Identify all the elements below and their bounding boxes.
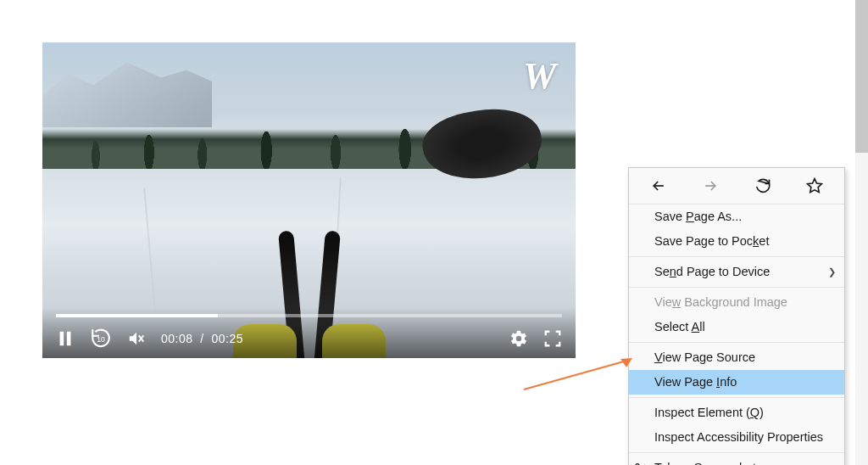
menu-label: Send Page to Device [654, 263, 770, 281]
svg-marker-5 [808, 179, 822, 193]
progress-fill [56, 314, 218, 317]
menu-separator [629, 256, 844, 257]
progress-bar[interactable] [56, 314, 562, 317]
page-scrollbar[interactable] [855, 0, 868, 465]
menu-label: Inspect Element (Q) [654, 404, 764, 422]
menu-separator [629, 287, 844, 288]
menu-inspect-accessibility[interactable]: Inspect Accessibility Properties [629, 425, 844, 450]
scrollbar-thumb[interactable] [855, 0, 868, 153]
fullscreen-button[interactable] [543, 329, 562, 348]
menu-view-page-info[interactable]: View Page Info [629, 370, 844, 395]
menu-label: View Page Info [654, 373, 737, 391]
scissors-icon [634, 462, 648, 466]
menu-view-source[interactable]: View Page Source [629, 345, 844, 370]
context-menu-nav [629, 168, 844, 204]
menu-label: Take a Screenshot [654, 459, 756, 465]
menu-separator [629, 452, 844, 453]
chevron-right-icon: ❯ [828, 263, 836, 281]
replay-10-button[interactable]: 10 [90, 328, 112, 350]
menu-label: Save Page As... [654, 208, 742, 226]
context-menu: Save Page As... Save Page to Pocket Send… [628, 167, 845, 465]
nav-forward-button[interactable] [696, 175, 725, 197]
svg-text:10: 10 [97, 335, 105, 344]
menu-separator [629, 342, 844, 343]
menu-label: Save Page to Pocket [654, 232, 769, 250]
menu-label: View Background Image [654, 294, 787, 311]
menu-label: View Page Source [654, 349, 755, 367]
time-display: 00:08 / 00:25 [161, 332, 243, 345]
menu-save-to-pocket[interactable]: Save Page to Pocket [629, 229, 844, 254]
video-watermark: W [523, 58, 560, 95]
menu-save-page-as[interactable]: Save Page As... [629, 204, 844, 229]
video-player[interactable]: W 10 00 [42, 42, 576, 358]
menu-select-all[interactable]: Select All [629, 315, 844, 339]
nav-back-button[interactable] [644, 175, 673, 197]
menu-separator [629, 397, 844, 398]
menu-view-bg-image: View Background Image [629, 290, 844, 315]
menu-send-to-device[interactable]: Send Page to Device ❯ [629, 260, 844, 284]
menu-label: Select All [654, 318, 705, 336]
current-time: 00:08 [161, 332, 193, 345]
menu-label: Inspect Accessibility Properties [654, 429, 823, 446]
mute-button[interactable] [127, 329, 146, 348]
nav-reload-button[interactable] [748, 175, 777, 197]
nav-bookmark-button[interactable] [800, 175, 829, 197]
video-controls: 10 00:08 / 00:25 [42, 307, 576, 358]
menu-take-screenshot[interactable]: Take a Screenshot [629, 456, 844, 465]
annotation-arrow [524, 356, 643, 389]
svg-line-10 [524, 360, 630, 389]
menu-inspect-element[interactable]: Inspect Element (Q) [629, 401, 844, 425]
svg-rect-1 [67, 332, 71, 346]
svg-rect-0 [60, 332, 64, 346]
settings-button[interactable] [509, 329, 528, 348]
pause-button[interactable] [56, 329, 75, 348]
duration: 00:25 [212, 332, 244, 345]
